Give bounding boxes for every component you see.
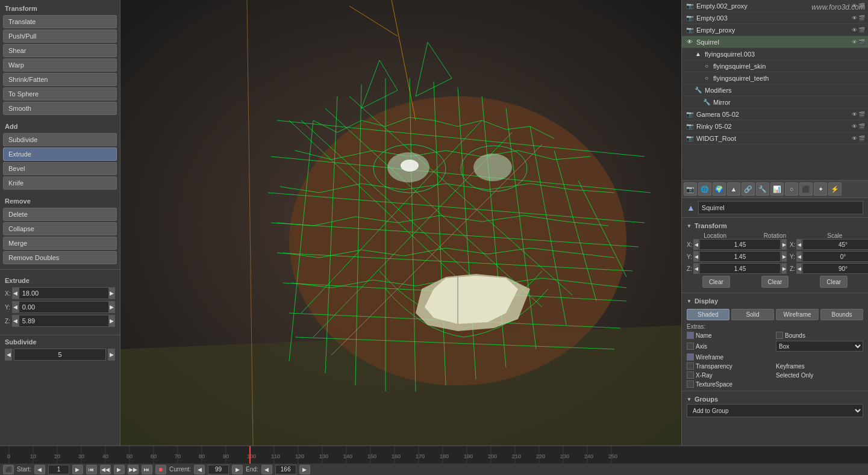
render-icon[interactable]: 🎬 (858, 123, 865, 129)
scale-clear-btn[interactable]: Clear (820, 276, 848, 288)
x-arrow-left[interactable]: ◀ (12, 287, 18, 299)
render-icon[interactable]: 🎬 (858, 15, 865, 21)
scene-props-btn[interactable]: 🌐 (698, 182, 711, 196)
texture-props-btn[interactable]: ⬛ (799, 182, 813, 196)
transparency-checkbox[interactable] (687, 362, 694, 370)
particle-props-btn[interactable]: ✦ (814, 182, 827, 196)
outliner-item[interactable]: 📷 Empty_proxy 👁 🎬 (682, 24, 868, 36)
object-name-input[interactable] (698, 201, 863, 214)
rot-y-left[interactable]: ◀ (796, 251, 802, 262)
viewport[interactable] (120, 0, 687, 446)
viewport-type-btn[interactable]: ⬛ (3, 465, 14, 474)
groups-section-title[interactable]: ▼ Groups (687, 394, 863, 404)
loc-z-left[interactable]: ◀ (693, 263, 699, 274)
constraints-btn[interactable]: 🔗 (742, 182, 755, 196)
x-input[interactable] (19, 287, 109, 299)
loc-x-left[interactable]: ◀ (693, 239, 699, 250)
xray-checkbox[interactable] (687, 371, 694, 379)
render-icon[interactable]: 🎬 (858, 39, 865, 45)
x-arrow-right[interactable]: ▶ (109, 287, 115, 299)
render-props-btn[interactable]: 📷 (684, 182, 697, 196)
loc-y-input[interactable] (699, 251, 781, 262)
material-props-btn[interactable]: ○ (785, 182, 798, 196)
teeth-outliner-item[interactable]: ○ flyingsquirrel_teeth (682, 72, 868, 84)
start-next-btn[interactable]: ▶ (72, 465, 83, 474)
rinky-outliner-item[interactable]: 📷 Rinky 05-02 👁 🎬 (682, 120, 868, 132)
end-input[interactable] (275, 465, 296, 474)
visibility-icon[interactable]: 👁 (852, 123, 857, 129)
physics-props-btn[interactable]: ⚡ (828, 182, 841, 196)
translate-btn[interactable]: Translate (3, 15, 117, 28)
play-anim-btn[interactable]: ▶▶ (128, 465, 139, 474)
y-arrow-right[interactable]: ▶ (109, 301, 115, 313)
data-props-btn[interactable]: 📊 (770, 182, 784, 196)
visibility-icon[interactable]: 👁 (852, 39, 857, 45)
current-input[interactable] (208, 465, 229, 474)
render-icon[interactable]: 🎬 (858, 27, 865, 33)
timeline-bar[interactable]: 0 10 20 30 40 50 60 70 80 90 100 110 120… (0, 446, 868, 464)
remove-doubles-btn[interactable]: Remove Doubles (3, 251, 117, 264)
rot-x-left[interactable]: ◀ (796, 239, 802, 250)
rot-x-input[interactable] (802, 239, 868, 250)
loc-y-left[interactable]: ◀ (693, 251, 699, 262)
pushpull-btn[interactable]: Push/Pull (3, 29, 117, 43)
z-input[interactable] (19, 315, 109, 327)
visibility-icon[interactable]: 👁 (852, 111, 857, 117)
rot-z-left[interactable]: ◀ (796, 263, 802, 274)
object-props-btn[interactable]: ▲ (727, 182, 740, 196)
y-input[interactable] (19, 301, 109, 313)
modifier-props-btn[interactable]: 🔧 (756, 182, 769, 196)
z-arrow-right[interactable]: ▶ (109, 315, 115, 327)
merge-btn[interactable]: Merge (3, 237, 117, 250)
play-btn[interactable]: ▶ (114, 465, 125, 474)
bounds-btn[interactable]: Bounds (820, 309, 863, 320)
wireframe-btn[interactable]: Wireframe (776, 309, 819, 320)
axis-checkbox[interactable] (687, 343, 694, 350)
subdivide-btn[interactable]: Subdivide (3, 133, 117, 146)
smooth-btn[interactable]: Smooth (3, 102, 117, 115)
subdivide-arrow-right[interactable]: ▶ (108, 349, 115, 361)
transform-section-title[interactable]: ▼ Transform (687, 221, 863, 231)
jump-start-btn[interactable]: ⏮ (86, 465, 97, 474)
prev-frame-btn[interactable]: ◀◀ (100, 465, 111, 474)
display-section-title[interactable]: ▼ Display (687, 296, 863, 306)
start-prev-btn[interactable]: ◀ (34, 465, 45, 474)
shear-btn[interactable]: Shear (3, 44, 117, 57)
subdivide-input[interactable] (14, 349, 106, 361)
z-arrow-left[interactable]: ◀ (12, 315, 18, 327)
squirrel-outliner-item[interactable]: 👁 Squirrel 👁 🎬 (682, 36, 868, 48)
visibility-icon[interactable]: 👁 (852, 15, 857, 21)
flyingsquirrel-outliner-item[interactable]: ▲ flyingsquirrel.003 (682, 48, 868, 60)
rot-clear-btn[interactable]: Clear (761, 276, 789, 288)
delete-btn[interactable]: Delete (3, 208, 117, 221)
loc-x-right[interactable]: ▶ (781, 239, 787, 250)
current-next-btn[interactable]: ▶ (232, 465, 243, 474)
loc-z-right[interactable]: ▶ (781, 263, 787, 274)
loc-clear-btn[interactable]: Clear (702, 276, 730, 288)
subdivide-arrow-left[interactable]: ◀ (5, 349, 12, 361)
current-prev-btn[interactable]: ◀ (194, 465, 205, 474)
knife-btn[interactable]: Knife (3, 176, 117, 190)
solid-btn[interactable]: Solid (731, 309, 774, 320)
bounds-type-select[interactable]: Box Sphere (776, 341, 863, 352)
texturespace-checkbox[interactable] (687, 380, 694, 388)
name-checkbox[interactable] (687, 332, 694, 339)
loc-z-input[interactable] (699, 263, 781, 274)
shaded-btn[interactable]: Shaded (687, 309, 729, 320)
render-icon[interactable]: 🎬 (858, 135, 865, 141)
tosphere-btn[interactable]: To Sphere (3, 87, 117, 101)
record-btn[interactable]: ⏺ (155, 465, 166, 474)
jump-end-btn[interactable]: ⏭ (142, 465, 152, 474)
mirror-outliner-item[interactable]: 🔧 Mirror (682, 96, 868, 108)
shrink-btn[interactable]: Shrink/Fatten (3, 73, 117, 86)
extrude-btn[interactable]: Extrude (3, 147, 117, 161)
loc-x-input[interactable] (699, 239, 781, 250)
y-arrow-left[interactable]: ◀ (12, 301, 18, 313)
render-icon[interactable]: 🎬 (858, 111, 865, 117)
start-input[interactable] (48, 465, 69, 474)
rot-z-input[interactable] (802, 263, 868, 274)
gamera-outliner-item[interactable]: 📷 Gamera 05-02 👁 🎬 (682, 108, 868, 120)
outliner-item[interactable]: 📷 Empty.003 👁 🎬 (682, 12, 868, 24)
visibility-icon[interactable]: 👁 (852, 135, 857, 141)
widgt-outliner-item[interactable]: 📷 WIDGT_Root 👁 🎬 (682, 132, 868, 144)
